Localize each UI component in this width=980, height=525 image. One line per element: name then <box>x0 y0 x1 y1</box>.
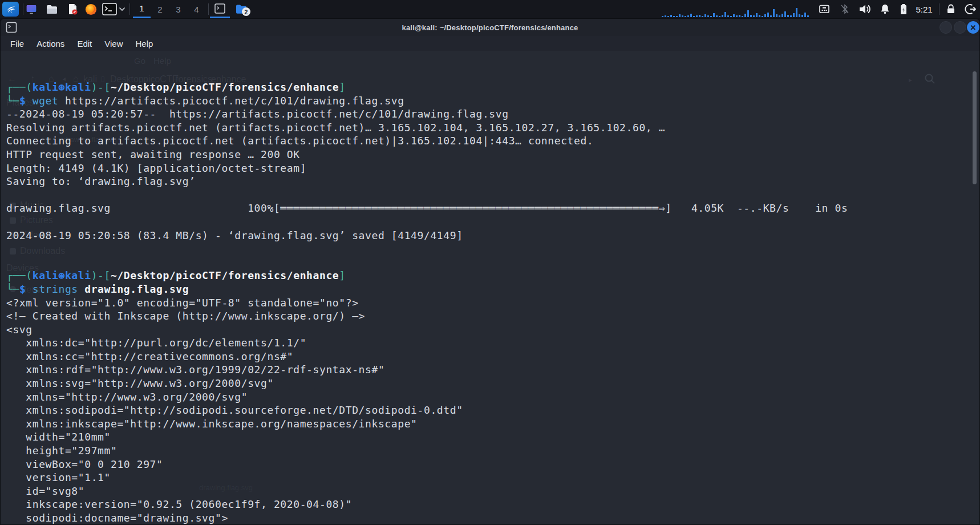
logout-icon[interactable] <box>965 3 977 15</box>
workspace-3[interactable]: 3 <box>169 0 187 18</box>
panel-separator <box>129 3 130 15</box>
close-button[interactable]: ✕ <box>967 21 979 34</box>
terminal-content[interactable]: ← ↑ ⌂ ◂ ⌂ kali ▯ Desktop picoCTF forensi… <box>1 51 979 525</box>
menu-file[interactable]: File <box>4 36 30 51</box>
battery-charging-icon[interactable] <box>899 3 908 15</box>
terminal-line <box>6 188 848 202</box>
minimize-button[interactable] <box>939 21 952 34</box>
file-manager-launcher[interactable] <box>44 2 59 16</box>
terminal-launcher[interactable] <box>102 2 118 16</box>
volume-icon[interactable] <box>858 3 872 15</box>
ghost-menu-item: Go <box>134 56 145 66</box>
terminal-line: <svg <box>6 323 848 337</box>
terminal-line: Connecting to artifacts.picoctf.net (art… <box>6 134 848 148</box>
terminal-line: HTTP request sent, awaiting response … 2… <box>6 148 848 161</box>
panel-separator <box>939 3 939 15</box>
terminal-line: width="210mm" <box>6 430 848 444</box>
terminal-line: ┌──(kali⊛kali)-[~/Desktop/picoCTF/forens… <box>6 269 848 282</box>
terminal-line: xmlns:cc="http://creativecommons.org/ns#… <box>6 350 848 364</box>
terminal-line <box>6 242 848 256</box>
terminal-line: xmlns:dc="http://purl.org/dc/elements/1.… <box>6 336 848 350</box>
terminal-line: Saving to: ‘drawing.flag.svg’ <box>6 175 848 188</box>
window-count-badge: 2 <box>242 7 250 16</box>
firefox-launcher[interactable] <box>83 2 98 16</box>
screen-app-icon <box>25 3 38 15</box>
panel-separator <box>208 3 209 15</box>
window-title: kali@kali: ~/Desktop/picoCTF/forensics/e… <box>1 19 979 36</box>
terminal-line: 2024-08-19 05:20:58 (83.4 MB/s) - ‘drawi… <box>6 229 848 243</box>
terminal-output[interactable]: ┌──(kali⊛kali)-[~/Desktop/picoCTF/forens… <box>6 80 848 525</box>
folder-icon <box>46 3 58 15</box>
terminal-app-icon <box>102 3 117 15</box>
terminal-line: height="297mm" <box>6 444 848 458</box>
kali-menu-button[interactable] <box>2 2 19 17</box>
panel-separator <box>23 3 23 15</box>
maximize-button[interactable] <box>954 21 966 34</box>
terminal-line: └─$ wget https://artifacts.picoctf.net/c… <box>6 94 848 108</box>
scrollbar-thumb[interactable] <box>973 71 977 184</box>
terminal-line: xmlns="http://www.w3.org/2000/svg" <box>6 390 848 404</box>
clock[interactable]: 5:21 <box>912 0 937 18</box>
ethernet-icon[interactable] <box>818 3 831 15</box>
terminal-line: xmlns:svg="http://www.w3.org/2000/svg" <box>6 377 848 390</box>
ghost-menu-item: Help <box>153 56 171 66</box>
menubar: File Actions Edit View Help <box>1 36 980 51</box>
notifications-bell-icon[interactable] <box>879 3 891 15</box>
terminal-line: Resolving artifacts.picoctf.net (artifac… <box>6 121 848 135</box>
terminal-line <box>6 215 848 229</box>
terminal-line: Length: 4149 (4.1K) [application/octet-s… <box>6 161 848 175</box>
text-editor-launcher[interactable] <box>65 2 80 16</box>
terminal-line: xmlns:sodipodi="http://sodipodi.sourcefo… <box>6 403 848 417</box>
terminal-line: <!— Created with Inkscape (http://www.in… <box>6 309 848 323</box>
terminal-line: --2024-08-19 05:20:57-- https://artifact… <box>6 107 848 121</box>
terminal-line: └─$ strings drawing.flag.svg <box>6 282 848 296</box>
kali-logo-icon <box>5 3 17 15</box>
terminal-line: version="1.1" <box>6 471 848 484</box>
workspace-2[interactable]: 2 <box>151 0 169 18</box>
terminal-window: kali@kali: ~/Desktop/picoCTF/forensics/e… <box>0 18 980 525</box>
terminal-line: sodipodi:docname="drawing.svg"> <box>6 511 848 525</box>
menu-view[interactable]: View <box>98 36 129 51</box>
terminal-line: xmlns:inkscape="http://www.inkscape.org/… <box>6 417 848 431</box>
ghost-search-icon <box>924 72 936 85</box>
terminal-launcher-menu[interactable] <box>118 2 127 16</box>
terminal-line: <?xml version="1.0" encoding="UTF-8" sta… <box>6 296 848 310</box>
terminal-line: id="svg8" <box>6 484 848 498</box>
document-icon <box>66 3 79 15</box>
bluetooth-icon[interactable] <box>839 3 851 15</box>
menu-actions[interactable]: Actions <box>30 36 71 51</box>
terminal-line: inkscape:version="0.92.5 (2060ec1f9f, 20… <box>6 498 848 511</box>
titlebar[interactable]: kali@kali: ~/Desktop/picoCTF/forensics/e… <box>1 19 979 36</box>
terminal-line: xmlns:rdf="http://www.w3.org/1999/02/22-… <box>6 363 848 377</box>
chevron-down-icon <box>119 7 125 11</box>
menu-edit[interactable]: Edit <box>71 36 98 51</box>
terminal-line: drawing.flag.svg 100%[══════════════════… <box>6 201 848 215</box>
system-monitor-graph[interactable] <box>662 1 811 17</box>
workspace-1[interactable]: 1 <box>133 0 151 18</box>
taskbar-terminal-window[interactable] <box>210 0 230 18</box>
top-panel: 1 2 3 4 2 5:21 <box>0 0 980 18</box>
terminal-line: viewBox="0 0 210 297" <box>6 458 848 471</box>
firefox-icon <box>84 3 98 16</box>
terminal-line <box>6 256 848 269</box>
terminal-window-icon <box>214 3 225 14</box>
screen-app-launcher[interactable] <box>24 2 39 16</box>
workspace-4[interactable]: 4 <box>188 0 205 18</box>
terminal-line: ┌──(kali⊛kali)-[~/Desktop/picoCTF/forens… <box>6 80 848 94</box>
lock-icon[interactable] <box>945 3 957 15</box>
menu-help[interactable]: Help <box>129 36 159 51</box>
